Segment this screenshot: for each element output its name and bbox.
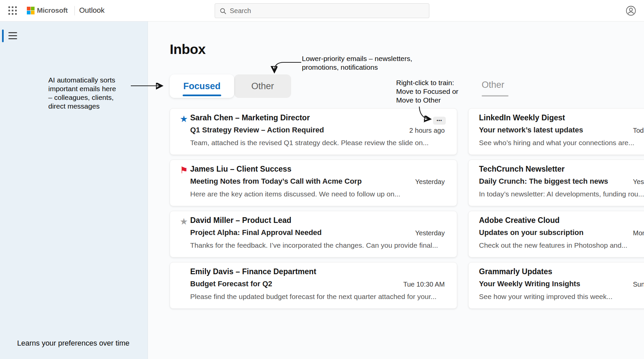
annotation-train-note: Right-click to train: Move to Focused or…: [396, 78, 473, 105]
email-sender: TechCrunch Newsletter: [479, 165, 565, 174]
microsoft-logo: [27, 7, 35, 14]
other-column-underline: [482, 95, 508, 97]
email-subject: Project Alpha: Final Approval Needed: [190, 228, 322, 237]
email-time: Sun: [633, 281, 644, 288]
account-icon: [624, 4, 638, 18]
star-icon[interactable]: ★: [179, 217, 189, 227]
annotation-learns-note: Learns your preferences over time: [17, 339, 129, 348]
tab-focused-label: Focused: [183, 81, 220, 91]
email-item-other-4[interactable]: Grammarly Updates Your Weekly Writing In…: [468, 262, 644, 309]
sidebar-selection-accent: [2, 29, 4, 42]
email-time: Mon: [633, 229, 644, 237]
email-time: Yesterday: [415, 178, 445, 186]
email-sender: Grammarly Updates: [479, 267, 552, 276]
email-sender: David Miller – Product Lead: [190, 216, 291, 225]
email-preview: See who’s hiring and what your connectio…: [479, 139, 634, 147]
email-item-other-2[interactable]: TechCrunch Newsletter Daily Crunch: The …: [468, 160, 644, 206]
email-sender: Adobe Creative Cloud: [479, 216, 559, 225]
annotation-focused-note: AI automatically sorts important emails …: [48, 76, 139, 111]
star-icon[interactable]: ★: [179, 114, 189, 124]
email-sender: LinkedIn Weekly Digest: [479, 113, 565, 122]
email-subject: Meeting Notes from Today’s Call with Acm…: [190, 177, 362, 186]
email-preview: Check out the new features in Photoshop …: [479, 241, 627, 249]
email-item-focused-1[interactable]: ★ Sarah Chen – Marketing Director ••• Q1…: [170, 108, 457, 155]
email-item-focused-4[interactable]: Emily Davis – Finance Department Budget …: [170, 262, 457, 309]
email-sender: James Liu – Client Success: [190, 165, 291, 174]
outlook-window: Microsoft Outlook Inbox Focused: [0, 0, 644, 359]
email-item-focused-3[interactable]: ★ David Miller – Product Lead Project Al…: [170, 211, 457, 257]
annotation-other-note: Lower-priority emails – newsletters, pro…: [302, 54, 443, 72]
app-name: Outlook: [79, 6, 105, 15]
email-preview: Here are the key action items discussed.…: [190, 190, 400, 198]
email-subject: Daily Crunch: The biggest tech news: [479, 177, 608, 186]
focused-tab-underline: [183, 95, 221, 96]
email-preview: See how your writing improved this week.…: [479, 293, 612, 301]
top-bar: Microsoft Outlook: [0, 0, 644, 21]
email-sender: Emily Davis – Finance Department: [190, 267, 316, 276]
email-subject: Your network’s latest updates: [479, 126, 583, 134]
more-options-icon[interactable]: •••: [433, 117, 446, 125]
email-time: Yesterday: [415, 229, 445, 237]
search-box: [215, 3, 429, 18]
email-item-other-3[interactable]: Adobe Creative Cloud Updates on your sub…: [468, 211, 644, 257]
account-button[interactable]: [624, 4, 638, 18]
flag-icon[interactable]: ⚑: [179, 165, 189, 175]
email-time: Yesterday: [633, 178, 644, 186]
search-icon: [220, 8, 226, 14]
email-time: Tue 10:30 AM: [403, 281, 445, 288]
email-sender: Sarah Chen – Marketing Director: [190, 113, 310, 122]
tab-other[interactable]: Other: [234, 74, 291, 98]
email-subject: Q1 Strategy Review – Action Required: [190, 126, 324, 134]
email-preview: Please find the updated budget forecast …: [190, 293, 436, 301]
email-subject: Budget Forecast for Q2: [190, 280, 272, 288]
page-title: Inbox: [170, 42, 206, 57]
email-time: Today: [633, 127, 644, 134]
microsoft-brand-text: Microsoft: [37, 6, 68, 14]
email-subject: Your Weekly Writing Insights: [479, 280, 580, 288]
email-time: 2 hours ago: [409, 127, 445, 134]
tab-other-label: Other: [251, 81, 274, 91]
email-preview: Thanks for the feedback. I’ve incorporat…: [190, 241, 438, 249]
search-input[interactable]: [230, 4, 424, 18]
email-item-focused-2[interactable]: ⚑ James Liu – Client Success Meeting Not…: [170, 160, 457, 206]
tab-focused[interactable]: Focused: [170, 74, 234, 98]
hamburger-menu-icon[interactable]: [6, 29, 19, 42]
email-item-other-1[interactable]: LinkedIn Weekly Digest Your network’s la…: [468, 108, 644, 155]
email-preview: In today’s newsletter: AI developments, …: [479, 190, 644, 198]
email-subject: Updates on your subscription: [479, 228, 584, 237]
sidebar: [0, 21, 148, 359]
app-launcher-icon[interactable]: [6, 4, 19, 17]
other-column-tab[interactable]: Other: [482, 80, 504, 90]
topbar-divider: [74, 6, 75, 15]
email-preview: Team, attached is the revised Q1 strateg…: [190, 139, 429, 147]
